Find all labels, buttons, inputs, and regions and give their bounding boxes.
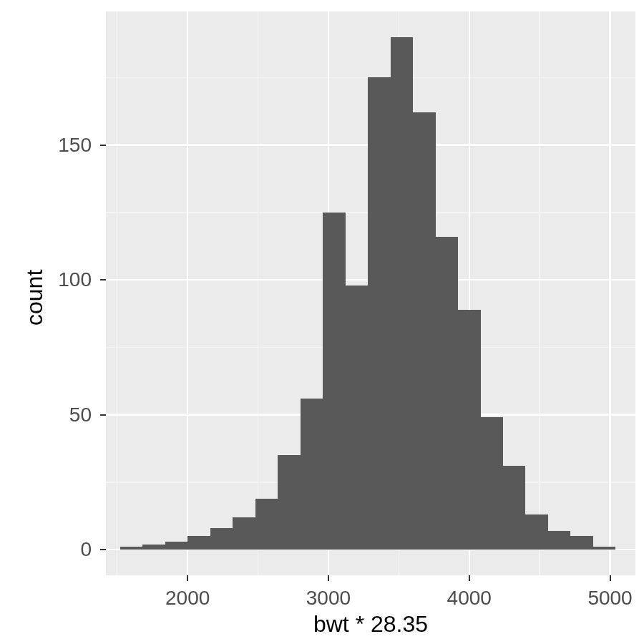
histogram-bar — [525, 514, 547, 550]
grid-minor-vertical — [258, 11, 259, 575]
histogram-bar — [233, 517, 255, 550]
histogram-bar — [323, 213, 345, 550]
histogram-bar — [210, 528, 233, 550]
y-tick-mark — [100, 145, 106, 146]
x-tick-mark — [328, 575, 329, 581]
histogram-bar — [413, 112, 435, 550]
y-tick-mark — [100, 279, 106, 280]
histogram-bar — [187, 536, 210, 550]
histogram-bar — [593, 547, 615, 550]
histogram-bar — [346, 286, 368, 550]
grid-minor-vertical — [539, 11, 540, 575]
histogram-bar — [142, 545, 165, 550]
grid-major-vertical — [609, 11, 611, 575]
grid-minor-vertical — [117, 11, 118, 575]
grid-major-vertical — [187, 11, 189, 575]
x-tick-label: 5000 — [582, 587, 639, 610]
x-tick-label: 4000 — [441, 587, 498, 610]
y-tick-mark — [100, 414, 106, 416]
y-tick-label: 150 — [0, 134, 92, 157]
x-tick-label: 2000 — [159, 587, 216, 610]
x-tick-mark — [187, 575, 188, 581]
histogram-bar — [391, 37, 413, 550]
y-tick-mark — [100, 549, 106, 550]
x-tick-label: 3000 — [300, 587, 357, 610]
histogram-bar — [255, 499, 278, 550]
histogram-bar — [570, 536, 592, 550]
x-tick-mark — [610, 575, 611, 581]
histogram-bar — [458, 310, 480, 550]
histogram-bar — [548, 531, 570, 550]
y-tick-label: 100 — [0, 268, 92, 291]
histogram-bar — [165, 542, 187, 550]
histogram-bar — [481, 417, 503, 550]
histogram-bar — [120, 547, 142, 550]
y-tick-label: 50 — [0, 404, 92, 426]
histogram-bar — [503, 466, 525, 550]
x-axis-label: bwt * 28.35 — [106, 611, 635, 638]
x-tick-mark — [469, 575, 470, 581]
histogram-bar — [368, 77, 390, 550]
histogram-bar — [301, 399, 323, 550]
histogram-bar — [278, 455, 300, 550]
y-tick-label: 0 — [0, 538, 92, 561]
histogram-bar — [436, 237, 458, 550]
histogram-chart: count bwt * 28.35 2000300040005000050100… — [0, 0, 644, 644]
